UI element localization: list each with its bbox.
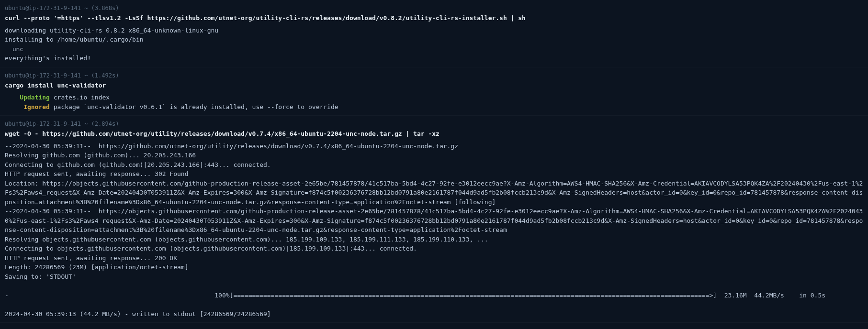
indent bbox=[5, 94, 20, 101]
command-output[interactable]: downloading utility-cli-rs 0.8.2 x86_64-… bbox=[5, 26, 863, 63]
command-text[interactable]: curl --proto '=https' --tlsv1.2 -LsSf ht… bbox=[5, 13, 863, 23]
prompt-line: ubuntu@ip-172-31-9-141 ~ (1.492s) bbox=[5, 71, 863, 80]
command-output[interactable]: Updating crates.io index Ignored package… bbox=[5, 93, 863, 111]
command-text[interactable]: wget -O - https://github.com/utnet-org/u… bbox=[5, 129, 863, 139]
terminal-block-2: ubuntu@ip-172-31-9-141 ~ (1.492s) cargo … bbox=[0, 67, 868, 116]
prompt-line: ubuntu@ip-172-31-9-141 ~ (3.868s) bbox=[5, 4, 863, 12]
indent bbox=[5, 103, 23, 110]
prompt-line: ubuntu@ip-172-31-9-141 ~ (2.894s) bbox=[5, 120, 863, 128]
status-updating: Updating bbox=[20, 94, 50, 101]
terminal-block-1: ubuntu@ip-172-31-9-141 ~ (3.868s) curl -… bbox=[0, 0, 868, 67]
status-text: package `unc-validator v0.6.1` is alread… bbox=[50, 103, 338, 110]
status-ignored: Ignored bbox=[23, 103, 50, 110]
terminal-block-3: ubuntu@ip-172-31-9-141 ~ (2.894s) wget -… bbox=[0, 116, 868, 323]
command-output[interactable]: --2024-04-30 05:39:11-- https://github.c… bbox=[5, 142, 863, 319]
status-text: crates.io index bbox=[50, 94, 110, 101]
command-text[interactable]: cargo install unc-validator bbox=[5, 81, 863, 90]
